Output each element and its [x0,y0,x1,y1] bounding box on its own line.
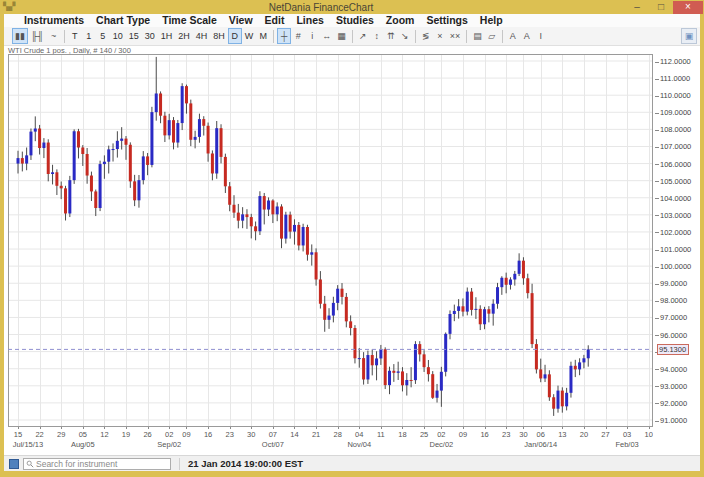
menu-time-scale[interactable]: Time Scale [156,14,223,27]
timescale-daily-button[interactable]: D [229,29,241,43]
candle [341,289,344,297]
candle [561,391,564,407]
timescale-2h-button[interactable]: 2H [176,29,192,43]
print-button[interactable]: ▤ [471,29,484,43]
ray-line-button[interactable]: ↘ [399,29,411,43]
candle [228,186,231,204]
timescale-30min-button[interactable]: 30 [143,29,157,43]
price-tick-label: 98.0000 [655,296,687,305]
candle [379,349,382,358]
parallel-channel-button[interactable]: ⇈ [385,29,397,43]
timescale-1h-button[interactable]: 1H [159,29,175,43]
toolbar-separator [502,30,503,43]
vertical-line-button[interactable]: ↕ [371,29,383,43]
timescale-1min-button[interactable]: 1 [83,29,95,43]
menu-zoom[interactable]: Zoom [380,14,421,27]
candle [116,141,119,149]
chart-plot[interactable]: 1522290512192602091623300714212804111825… [8,54,653,451]
candle [112,149,115,150]
price-tick-label: 102.0000 [655,228,691,237]
candle [539,369,542,378]
timescale-8h-button[interactable]: 8H [211,29,227,43]
trend-line-button[interactable]: ↗ [357,29,369,43]
date-tick-label: 18 [398,430,406,439]
date-tick-label: 13 [558,430,566,439]
line-chart-button[interactable]: ~ [48,29,60,43]
timescale-4h-button[interactable]: 4H [194,29,210,43]
candle [431,374,434,398]
candle [436,391,439,398]
candle [544,374,547,378]
delete-line-button[interactable]: × [434,29,446,43]
price-tick-label: 99.0000 [655,279,687,288]
menu-studies[interactable]: Studies [330,14,380,27]
menu-instruments[interactable]: Instruments [18,14,90,27]
window-title: NetDania FinanceChart [17,2,625,13]
auto-shift-button[interactable]: ▦ [335,29,348,43]
candle [29,132,32,156]
text-note-button[interactable]: A [521,29,533,43]
search-input[interactable] [36,459,168,469]
candle [267,200,270,209]
timescale-10min-button[interactable]: 10 [111,29,125,43]
month-label: Feb/03 [615,440,638,449]
close-button[interactable]: × [673,1,703,14]
toolbar-separator [352,30,353,43]
candle [410,380,413,381]
edit-lines-button[interactable]: ≶ [420,29,432,43]
text-label-button[interactable]: A [507,29,519,43]
minimize-button[interactable]: – [625,1,649,14]
date-tick-label: 06 [537,430,545,439]
grid-toggle-button[interactable]: # [292,29,304,43]
menu-help[interactable]: Help [474,14,509,27]
candle [280,206,283,238]
date-tick-label: 03 [623,430,631,439]
page-preview-button[interactable]: ▱ [486,29,498,43]
candle [557,391,560,409]
timescale-5min-button[interactable]: 5 [97,29,109,43]
candle [68,180,71,213]
menu-view[interactable]: View [223,14,259,27]
ohlc-bar-chart-button[interactable]: ╟╢ [29,29,46,43]
date-axis-labels: 1522290512192602091623300714212804111825… [13,430,653,449]
candle [125,139,128,145]
menu-lines[interactable]: Lines [290,14,329,27]
price-tick-label: 94.0000 [655,365,687,374]
candle [55,172,58,186]
menu-chart-type[interactable]: Chart Type [90,14,156,27]
date-tick-label: 11 [377,430,385,439]
timescale-tick-button[interactable]: T [69,29,81,43]
instrument-search-box[interactable] [23,458,171,470]
candlesticks [17,57,590,416]
window-border-left [0,14,4,477]
candle [215,128,218,173]
candle [470,292,473,310]
candle [293,225,296,232]
date-tick-label: 19 [122,430,130,439]
candle [107,149,110,161]
timescale-monthly-button[interactable]: M [257,29,269,43]
candle [397,371,400,372]
candle [466,292,469,312]
month-label: Aug/05 [71,440,95,449]
detach-chart-button[interactable]: ▣ [682,29,696,43]
menu-settings[interactable]: Settings [420,14,473,27]
candle [461,306,464,311]
maximize-button[interactable]: □ [649,1,673,14]
candle [146,156,149,165]
price-tick-label: 97.0000 [655,313,687,322]
pan-scroll-button[interactable]: ↔ [320,29,333,43]
timescale-weekly-button[interactable]: W [243,29,256,43]
candle [526,278,529,293]
crosshair-button[interactable]: ┼ [278,29,290,43]
text-cursor-button[interactable]: I [535,29,547,43]
candle [250,217,253,226]
menu-edit[interactable]: Edit [259,14,291,27]
delete-all-lines-button[interactable]: ×× [448,29,463,43]
candle [319,279,322,303]
candlestick-chart-button[interactable]: ▮▮ [13,29,27,43]
timescale-15min-button[interactable]: 15 [127,29,141,43]
chart-canvas: WTI Crude 1 pos. , Daily, # 140 / 300 15… [4,46,700,455]
info-button[interactable]: i [306,29,318,43]
price-tick-label: 101.0000 [655,245,691,254]
